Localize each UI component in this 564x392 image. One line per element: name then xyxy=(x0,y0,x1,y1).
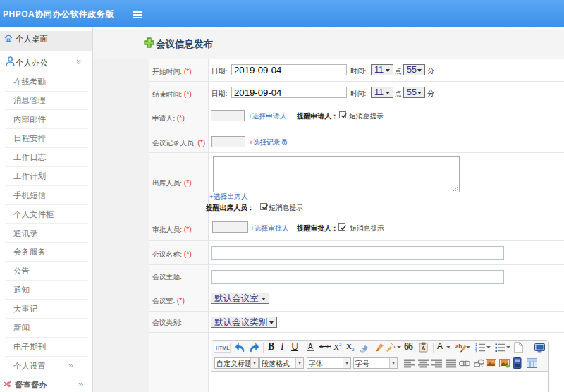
svg-text:ab: ab xyxy=(455,343,462,350)
svg-text:3: 3 xyxy=(475,350,477,353)
